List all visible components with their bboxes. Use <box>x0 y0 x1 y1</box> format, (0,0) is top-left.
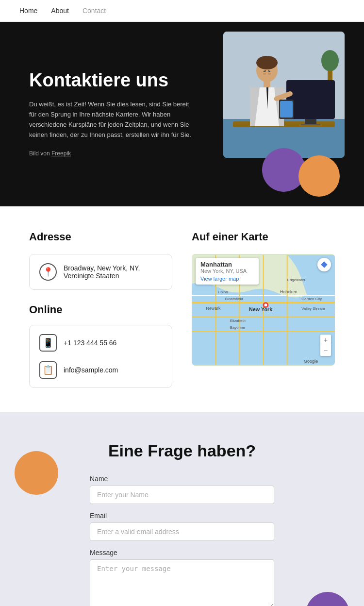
email-icon: 📋 <box>39 361 57 379</box>
phone-icon: 📱 <box>39 334 57 352</box>
directions-button[interactable] <box>317 258 331 271</box>
svg-line-20 <box>264 71 266 71</box>
address-card: 📍 Broadway, New York, NY, Vereinigte Sta… <box>29 254 172 290</box>
hero-circle-orange <box>298 155 340 197</box>
map-place-name: Manhattan <box>200 261 254 268</box>
contact-info-section: Adresse 📍 Broadway, New York, NY, Verein… <box>0 206 364 412</box>
svg-text:Bloomfield: Bloomfield <box>225 297 243 301</box>
phone-item: 📱 +1 123 444 55 66 <box>39 334 162 352</box>
view-larger-link[interactable]: View larger map <box>200 276 254 282</box>
form-section: Eine Frage haben? Name Email Message I a… <box>0 412 364 606</box>
hero-title: Kontaktiere uns <box>29 70 194 91</box>
zoom-in-button[interactable]: + <box>320 335 331 345</box>
freepik-link[interactable]: Freepik <box>51 150 71 157</box>
svg-rect-5 <box>301 124 320 125</box>
contact-form: Name Email Message I accept the NUTZUNGS… <box>90 475 274 606</box>
map-container[interactable]: New York Newark Union Montclair Bloomfie… <box>192 254 335 366</box>
navigation: Home About Contact <box>0 0 364 22</box>
svg-text:New York: New York <box>249 306 273 312</box>
hero-photo <box>223 32 345 158</box>
address-section-title: Adresse <box>29 231 172 243</box>
online-card: 📱 +1 123 444 55 66 📋 info@sample.com <box>29 325 172 388</box>
map-watermark: Google <box>304 359 318 364</box>
email-address: info@sample.com <box>64 366 118 374</box>
svg-text:Newark: Newark <box>206 306 221 311</box>
phone-number: +1 123 444 55 66 <box>64 339 116 347</box>
email-label: Email <box>90 512 274 520</box>
nav-about[interactable]: About <box>51 7 69 15</box>
address-text: Broadway, New York, NY, Vereinigte Staat… <box>64 264 162 280</box>
message-textarea[interactable] <box>90 559 274 606</box>
name-group: Name <box>90 475 274 504</box>
hero-text-block: Kontaktiere uns Du weißt, es ist Zeit! W… <box>29 70 194 158</box>
svg-text:Edgewater: Edgewater <box>287 278 306 282</box>
form-circle-orange <box>15 451 58 495</box>
map-section-title: Auf einer Karte <box>192 231 335 243</box>
form-section-title: Eine Frage haben? <box>19 441 345 460</box>
contact-right-col: Auf einer Karte <box>192 231 335 388</box>
form-circle-purple <box>306 592 349 606</box>
svg-line-21 <box>268 71 270 71</box>
svg-point-19 <box>268 73 271 75</box>
online-section-title: Online <box>29 303 172 316</box>
hero-body: Du weißt, es ist Zeit! Wenn Sie dies les… <box>29 100 194 140</box>
svg-text:Garden City: Garden City <box>301 297 322 301</box>
nav-home[interactable]: Home <box>19 7 37 15</box>
hero-illustration <box>223 32 345 158</box>
svg-text:Bayonne: Bayonne <box>230 325 246 330</box>
svg-text:Hoboken: Hoboken <box>280 289 297 294</box>
svg-point-16 <box>321 50 339 71</box>
map-placeholder: New York Newark Union Montclair Bloomfie… <box>192 254 335 366</box>
svg-rect-15 <box>280 101 293 118</box>
map-place-sub: New York, NY, USA <box>200 268 254 274</box>
map-zoom-controls: + − <box>320 335 331 356</box>
svg-rect-17 <box>328 70 332 80</box>
email-input[interactable] <box>90 522 274 541</box>
svg-text:Elizabeth: Elizabeth <box>230 319 246 323</box>
zoom-out-button[interactable]: − <box>320 345 331 356</box>
svg-point-18 <box>263 73 266 75</box>
svg-point-43 <box>264 303 267 306</box>
svg-point-7 <box>256 56 278 69</box>
message-label: Message <box>90 549 274 556</box>
contact-left-col: Adresse 📍 Broadway, New York, NY, Verein… <box>29 231 172 388</box>
email-group: Email <box>90 512 274 541</box>
svg-text:Valley Stream: Valley Stream <box>301 306 325 311</box>
hero-image-area <box>209 22 364 206</box>
name-input[interactable] <box>90 486 274 504</box>
hero-section: Kontaktiere uns Du weißt, es ist Zeit! W… <box>0 22 364 206</box>
message-group: Message <box>90 549 274 606</box>
email-item: 📋 info@sample.com <box>39 361 162 379</box>
svg-text:Union: Union <box>218 290 228 294</box>
name-label: Name <box>90 475 274 483</box>
location-icon: 📍 <box>39 263 57 281</box>
svg-rect-4 <box>305 119 316 124</box>
map-label: Manhattan New York, NY, USA View larger … <box>196 258 259 285</box>
nav-contact[interactable]: Contact <box>83 7 106 15</box>
hero-credit: Bild von Freepik <box>29 149 194 158</box>
